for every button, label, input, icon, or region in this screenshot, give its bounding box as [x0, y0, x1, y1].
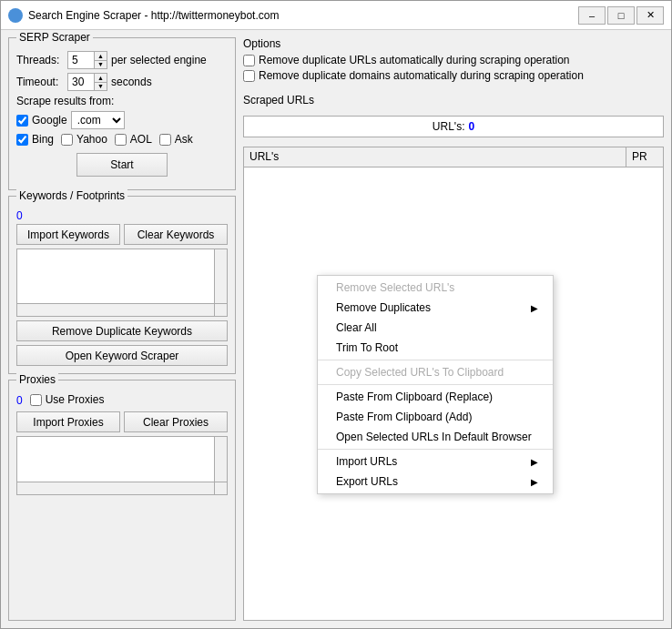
minimize-button[interactable]: –: [578, 6, 606, 25]
google-row: Google .com .co.uk .ca: [16, 111, 228, 129]
threads-input[interactable]: [70, 54, 96, 66]
ctx-label-paste-replace: Paste From Clipboard (Replace): [336, 391, 493, 403]
ctx-arrow-export-urls: ▶: [531, 477, 538, 487]
close-button[interactable]: ✕: [636, 6, 664, 25]
options-section: Options Remove duplicate URLs automatica…: [243, 37, 664, 85]
proxies-scrollbar-v[interactable]: [214, 437, 227, 482]
open-keyword-scraper-button[interactable]: Open Keyword Scraper: [16, 345, 228, 366]
threads-label: Threads:: [16, 54, 64, 66]
keywords-btn-row: Import Keywords Clear Keywords: [16, 224, 228, 245]
ctx-arrow-import-urls: ▶: [531, 457, 538, 467]
use-proxies-label[interactable]: Use Proxies: [46, 393, 105, 406]
ctx-item-export-urls[interactable]: Export URLs▶: [318, 472, 553, 492]
ctx-item-copy-selected: Copy Selected URL's To Clipboard: [318, 362, 553, 382]
keywords-count: 0: [16, 209, 228, 222]
keywords-title: Keywords / Footprints: [16, 189, 127, 202]
threads-up[interactable]: ▲: [94, 52, 107, 61]
ctx-label-clear-all: Clear All: [336, 321, 377, 334]
keywords-scrollbar-v[interactable]: [214, 249, 227, 303]
yahoo-row: Yahoo: [61, 133, 107, 146]
timeout-spinner[interactable]: ▲ ▼: [67, 73, 107, 91]
keywords-scrollbar-h[interactable]: [17, 303, 214, 316]
ctx-item-open-browser[interactable]: Open Selected URLs In Default Browser: [318, 427, 553, 447]
urls-table: URL's PR Remove Selected URL'sRemove Dup…: [243, 147, 664, 621]
serp-scraper-title: SERP Scraper: [16, 31, 93, 44]
timeout-down[interactable]: ▼: [94, 83, 107, 91]
bing-label[interactable]: Bing: [32, 133, 54, 146]
urls-counter: URL's: 0: [243, 116, 664, 137]
aol-row: AOL: [115, 133, 152, 146]
ctx-label-remove-duplicates: Remove Duplicates: [336, 301, 431, 314]
threads-unit: per selected engine: [111, 54, 207, 66]
ctx-item-paste-add[interactable]: Paste From Clipboard (Add): [318, 407, 553, 427]
app-icon: [8, 8, 23, 23]
import-proxies-button[interactable]: Import Proxies: [16, 411, 120, 432]
right-panel: Options Remove duplicate URLs automatica…: [243, 37, 664, 621]
ctx-label-export-urls: Export URLs: [336, 475, 398, 488]
ask-label[interactable]: Ask: [175, 133, 193, 146]
option2-row: Remove duplicate domains automatically d…: [243, 69, 664, 82]
option1-label[interactable]: Remove duplicate URLs automatically duri…: [259, 54, 570, 66]
yahoo-label[interactable]: Yahoo: [76, 133, 107, 146]
timeout-label: Timeout:: [16, 76, 64, 88]
timeout-row: Timeout: ▲ ▼ seconds: [16, 73, 228, 91]
proxies-scrollbar-h[interactable]: [17, 482, 214, 494]
aol-checkbox[interactable]: [115, 134, 127, 146]
options-title: Options: [243, 37, 664, 50]
proxies-textarea-container: [16, 436, 228, 495]
threads-spinner[interactable]: ▲ ▼: [67, 51, 107, 69]
ctx-item-paste-replace[interactable]: Paste From Clipboard (Replace): [318, 387, 553, 407]
threads-down[interactable]: ▼: [94, 61, 107, 69]
timeout-unit: seconds: [111, 76, 152, 88]
proxies-count: 0: [16, 394, 23, 407]
start-button[interactable]: Start: [76, 153, 168, 177]
ctx-item-clear-all[interactable]: Clear All: [318, 318, 553, 338]
ctx-label-open-browser: Open Selected URLs In Default Browser: [336, 431, 532, 443]
remove-duplicate-keywords-button[interactable]: Remove Duplicate Keywords: [16, 320, 228, 341]
google-label[interactable]: Google: [32, 114, 67, 127]
option1-checkbox[interactable]: [243, 55, 255, 66]
bing-row: Bing: [16, 133, 54, 146]
urls-count-value: 0: [468, 120, 474, 133]
clear-proxies-button[interactable]: Clear Proxies: [124, 411, 228, 432]
maximize-button[interactable]: □: [607, 6, 635, 25]
ctx-arrow-remove-duplicates: ▶: [531, 303, 538, 313]
proxies-group: Proxies 0 Use Proxies Import Proxies Cle…: [8, 380, 236, 621]
title-bar: Search Engine Scraper - http://twittermo…: [1, 1, 671, 30]
col-urls-header: URL's: [244, 147, 626, 167]
google-checkbox[interactable]: [16, 115, 28, 127]
timeout-up[interactable]: ▲: [94, 74, 107, 83]
keywords-textarea-container: [16, 249, 228, 317]
proxies-title: Proxies: [16, 373, 58, 386]
clear-keywords-button[interactable]: Clear Keywords: [124, 224, 228, 245]
main-content: SERP Scraper Threads: ▲ ▼ per selected e…: [1, 30, 671, 628]
scraped-urls-title: Scraped URLs: [243, 94, 664, 107]
sep1: [318, 360, 553, 360]
keywords-group: Keywords / Footprints 0 Import Keywords …: [8, 196, 236, 374]
timeout-input[interactable]: [70, 76, 96, 88]
google-domain-select[interactable]: .com .co.uk .ca: [71, 111, 125, 129]
ctx-item-remove-duplicates[interactable]: Remove Duplicates▶: [318, 298, 553, 318]
engines-row: Bing Yahoo AOL Ask: [16, 133, 228, 147]
import-keywords-button[interactable]: Import Keywords: [16, 224, 120, 245]
use-proxies-checkbox[interactable]: [30, 394, 42, 406]
ctx-item-trim-to-root[interactable]: Trim To Root: [318, 338, 553, 358]
use-proxies-row: Use Proxies: [30, 393, 105, 406]
ctx-label-copy-selected: Copy Selected URL's To Clipboard: [336, 366, 504, 379]
bing-checkbox[interactable]: [16, 134, 28, 146]
urls-count-label: URL's:: [433, 120, 465, 133]
urls-table-header: URL's PR: [244, 147, 663, 167]
ask-row: Ask: [159, 133, 193, 146]
ctx-item-import-urls[interactable]: Import URLs▶: [318, 451, 553, 472]
main-window: Search Engine Scraper - http://twittermo…: [0, 0, 672, 629]
option2-checkbox[interactable]: [243, 70, 255, 82]
ask-checkbox[interactable]: [159, 134, 171, 146]
context-menu: Remove Selected URL'sRemove Duplicates▶C…: [317, 275, 554, 494]
serp-scraper-group: SERP Scraper Threads: ▲ ▼ per selected e…: [8, 37, 236, 190]
aol-label[interactable]: AOL: [130, 133, 152, 146]
window-title: Search Engine Scraper - http://twittermo…: [28, 9, 578, 22]
option2-label[interactable]: Remove duplicate domains automatically d…: [259, 69, 584, 82]
sep3: [318, 449, 553, 450]
yahoo-checkbox[interactable]: [61, 134, 73, 146]
scrape-label: Scrape results from:: [16, 95, 228, 107]
